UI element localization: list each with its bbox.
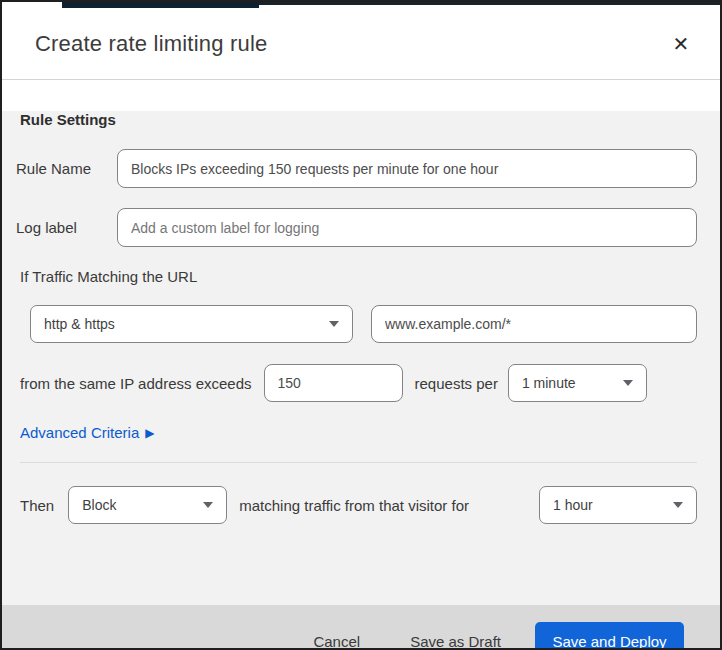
duration-select[interactable]: 1 hour xyxy=(539,486,697,524)
chevron-down-icon xyxy=(673,502,683,508)
chevron-down-icon xyxy=(203,502,213,508)
scheme-select-value: http & https xyxy=(44,316,115,332)
log-label-input[interactable] xyxy=(117,208,697,247)
save-and-deploy-button[interactable]: Save and Deploy xyxy=(535,622,684,650)
action-select[interactable]: Block xyxy=(68,486,227,524)
rule-name-row: Rule Name xyxy=(16,149,697,188)
threshold-row: from the same IP address exceeds request… xyxy=(20,364,697,402)
log-label-row: Log label xyxy=(16,208,697,247)
threshold-suffix-text: requests per xyxy=(415,375,498,392)
period-select-value: 1 minute xyxy=(522,375,576,391)
then-label: Then xyxy=(20,497,54,514)
advanced-criteria-label: Advanced Criteria xyxy=(20,424,139,441)
save-as-draft-button[interactable]: Save as Draft xyxy=(406,627,505,650)
background-page-sliver-thin xyxy=(259,2,720,5)
dialog-body: Rule Settings Rule Name Log label If Tra… xyxy=(2,111,720,605)
close-icon: ✕ xyxy=(673,32,690,56)
chevron-down-icon xyxy=(623,380,633,386)
dialog-footer: Cancel Save as Draft Save and Deploy xyxy=(2,605,720,650)
period-select[interactable]: 1 minute xyxy=(508,364,647,402)
section-divider xyxy=(20,462,697,463)
arrow-right-icon: ▶ xyxy=(145,427,154,439)
action-row: Then Block matching traffic from that vi… xyxy=(20,486,697,524)
rule-name-label: Rule Name xyxy=(16,160,117,177)
log-label-label: Log label xyxy=(16,219,117,236)
background-page-sliver xyxy=(62,2,259,8)
dialog-header: Create rate limiting rule ✕ xyxy=(2,2,720,80)
rule-name-input[interactable] xyxy=(117,149,697,188)
action-select-value: Block xyxy=(82,497,116,513)
scheme-select[interactable]: http & https xyxy=(30,305,353,343)
section-heading: Rule Settings xyxy=(20,111,697,128)
advanced-criteria-link[interactable]: Advanced Criteria ▶ xyxy=(20,424,154,441)
duration-select-value: 1 hour xyxy=(553,497,593,513)
chevron-down-icon xyxy=(329,321,339,327)
url-input[interactable] xyxy=(371,305,697,343)
threshold-input[interactable] xyxy=(264,364,403,402)
action-middle-text: matching traffic from that visitor for xyxy=(239,497,469,514)
dialog-title: Create rate limiting rule xyxy=(35,31,267,57)
close-button[interactable]: ✕ xyxy=(666,29,696,59)
cancel-button[interactable]: Cancel xyxy=(309,627,364,650)
rate-limit-dialog: Create rate limiting rule ✕ Rule Setting… xyxy=(0,0,722,650)
match-intro-text: If Traffic Matching the URL xyxy=(20,268,697,285)
scheme-url-row: http & https xyxy=(30,305,697,343)
threshold-prefix-text: from the same IP address exceeds xyxy=(20,375,252,392)
